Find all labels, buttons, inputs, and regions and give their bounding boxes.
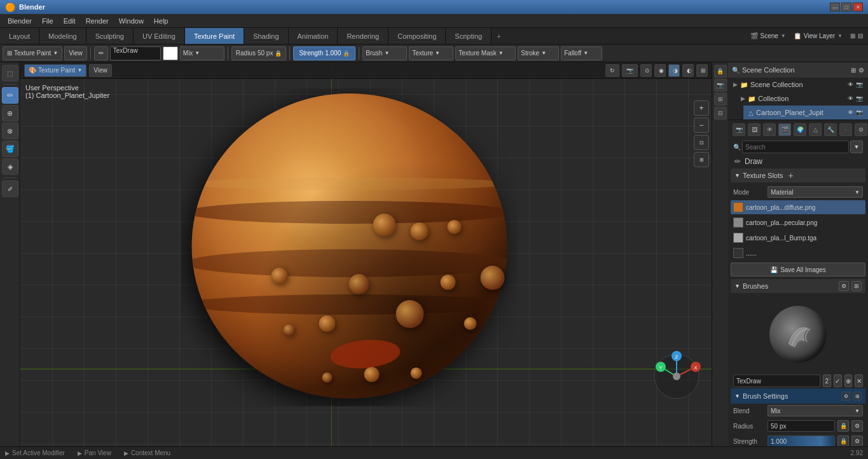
strength-settings-btn[interactable]: ⚙	[851, 435, 863, 446]
viewport[interactable]: 🎨 Texture Paint ▼ View ↻ 📷 ⊙ ◉ ◑ ◐ ⊞	[20, 62, 712, 446]
foreground-color[interactable]	[163, 46, 178, 60]
radius-prop-value[interactable]: 50 px	[768, 420, 835, 432]
tool-annotate[interactable]: ✐	[2, 181, 18, 197]
prop-icon-output[interactable]: 🖼	[748, 123, 761, 136]
close-button[interactable]: ✕	[853, 3, 863, 11]
search-input[interactable]	[742, 140, 849, 153]
radius-settings-btn[interactable]: ⚙	[851, 420, 863, 432]
menu-window[interactable]: Window	[114, 14, 149, 28]
brushes-header[interactable]: ▼ Brushes ⚙ ⊞	[731, 279, 865, 293]
panel-icon2[interactable]: ⊟	[858, 32, 863, 39]
scene-dropdown-icon[interactable]: ▼	[781, 33, 786, 39]
filter-btn[interactable]: ▼	[850, 140, 863, 153]
tool-soften[interactable]: ⊕	[2, 105, 18, 121]
outliner-filter-icon[interactable]: ⊞	[851, 67, 856, 74]
brush-settings-icon[interactable]: ⚙	[839, 281, 849, 291]
vp-overlay-btn[interactable]: ⊞	[696, 64, 708, 77]
menu-blender[interactable]: Blender	[3, 14, 37, 28]
tab-rendering[interactable]: Rendering	[338, 28, 389, 44]
brush-expand-icon[interactable]: ⊞	[851, 281, 862, 291]
mix-dropdown[interactable]: Mix ▼	[180, 46, 224, 60]
view-button[interactable]: View	[64, 46, 87, 60]
render-region-btn[interactable]: ⊞	[714, 93, 727, 106]
brush-name-input[interactable]: TexDraw	[110, 46, 161, 60]
strength-prop-value[interactable]: 1.000	[768, 435, 835, 446]
tool-mask[interactable]: ◈	[2, 158, 18, 175]
tab-compositing[interactable]: Compositing	[389, 28, 446, 44]
prop-icon-scene[interactable]: 🎬	[778, 123, 791, 136]
render-icon[interactable]: 📷	[856, 81, 863, 88]
prop-icon-view[interactable]: 👁	[763, 123, 776, 136]
texture-slots-header[interactable]: ▼ Texture Slots +	[731, 168, 865, 182]
tab-shading[interactable]: Shading	[244, 28, 288, 44]
tab-texture-paint[interactable]: Texture Paint	[185, 28, 244, 44]
texture-slot-3[interactable]: ......	[731, 246, 865, 260]
tab-uv-editing[interactable]: UV Editing	[134, 28, 185, 44]
texture-slot-1[interactable]: cartoon_pla...pecular.png	[731, 216, 865, 230]
vp-camera-btn[interactable]: 📷	[622, 64, 638, 77]
mode-dropdown[interactable]: Material ▼	[768, 186, 863, 198]
vp-viewport-shade2[interactable]: ◉	[654, 64, 666, 77]
vp-rotate-btn[interactable]: ↻	[605, 64, 619, 77]
brush-icon-btn[interactable]: ✏	[94, 46, 108, 60]
radius-field[interactable]: Radius 50 px 🔒	[231, 46, 287, 60]
lock-btn[interactable]: 🔒	[714, 65, 727, 78]
outliner-scene-collection[interactable]: ▶ 📁 Scene Collection 👁 📷	[728, 78, 868, 92]
vp-viewport-shade3[interactable]: ◑	[668, 64, 680, 77]
falloff-dropdown[interactable]: Falloff ▼	[561, 46, 602, 60]
minimize-button[interactable]: —	[830, 3, 840, 11]
strength-lock-btn[interactable]: 🔒	[837, 435, 849, 446]
outliner-settings-icon[interactable]: ⚙	[858, 67, 864, 74]
obj-visibility-icon[interactable]: 👁	[848, 109, 853, 116]
texture-dropdown[interactable]: Texture ▼	[409, 46, 453, 60]
prop-icon-world[interactable]: 🌍	[794, 123, 806, 136]
col-render-icon[interactable]: 📷	[856, 95, 863, 102]
menu-render[interactable]: Render	[81, 14, 114, 28]
tab-sculpting[interactable]: Sculpting	[86, 28, 134, 44]
brush-delete-btn[interactable]: ✕	[855, 374, 863, 387]
outliner-collection[interactable]: ▶ 📁 Collection 👁 📷	[736, 92, 868, 106]
col-visibility-icon[interactable]: 👁	[848, 95, 853, 102]
maximize-button[interactable]: □	[841, 3, 851, 11]
brush-settings-header[interactable]: ▼ Brush Settings ⚙ ⊞	[731, 388, 865, 404]
prop-icon-object[interactable]: △	[809, 123, 822, 136]
save-all-images-btn[interactable]: 💾 Save All Images	[731, 263, 865, 277]
outliner-object[interactable]: △ Cartoon_Planet_Jupit 👁 📷	[743, 106, 868, 120]
menu-file[interactable]: File	[37, 14, 59, 28]
texture-slots-add-btn[interactable]: +	[786, 170, 796, 181]
blend-dropdown[interactable]: Mix ▼	[768, 405, 863, 416]
view-grid-btn[interactable]: ⊟	[714, 107, 727, 120]
prop-icon-physics[interactable]: ⚙	[855, 123, 867, 136]
bs-expand-icon2[interactable]: ⊞	[853, 392, 862, 401]
tool-smear[interactable]: ⊗	[2, 123, 18, 139]
nav-gizmo[interactable]: X Y Z	[651, 351, 702, 402]
tab-scripting[interactable]: Scripting	[446, 28, 492, 44]
mode-selector[interactable]: ⊞ Texture Paint ▼	[3, 46, 62, 60]
brush-save-btn[interactable]: ✓	[834, 374, 842, 387]
visibility-icon[interactable]: 👁	[848, 81, 853, 88]
menu-edit[interactable]: Edit	[59, 14, 81, 28]
stroke-dropdown[interactable]: Stroke ▼	[518, 46, 559, 60]
strength-field[interactable]: Strength 1.000 🔒	[293, 46, 355, 60]
view-layer-dropdown-icon[interactable]: ▼	[837, 33, 843, 39]
texture-slot-0[interactable]: cartoon_pla...diffuse.png	[731, 200, 865, 214]
texture-mask-dropdown[interactable]: Texture Mask ▼	[455, 46, 516, 60]
view-all-btn[interactable]: ⊡	[694, 135, 709, 150]
bs-settings-icon[interactable]: ⚙	[841, 392, 850, 401]
tab-add-button[interactable]: +	[492, 28, 506, 44]
tab-layout[interactable]: Layout	[0, 28, 39, 44]
vp-viewport-shade1[interactable]: ⊙	[640, 64, 652, 77]
prop-icon-render[interactable]: 📷	[733, 123, 745, 136]
tab-modeling[interactable]: Modeling	[39, 28, 86, 44]
tab-animation[interactable]: Animation	[289, 28, 338, 44]
brush-dropdown[interactable]: Brush ▼	[362, 46, 407, 60]
vp-mode-btn[interactable]: 🎨 Texture Paint ▼	[24, 64, 86, 77]
brush-name-field[interactable]	[733, 374, 820, 387]
prop-icon-modifier[interactable]: 🔧	[824, 123, 837, 136]
zoom-out-btn[interactable]: −	[694, 118, 709, 133]
tool-draw[interactable]: ✏	[2, 87, 18, 104]
tool-fill[interactable]: 🪣	[2, 140, 18, 157]
prop-icon-particles[interactable]: ·	[839, 123, 852, 136]
radius-lock-btn[interactable]: 🔒	[837, 420, 849, 432]
local-view-btn[interactable]: ⊞	[694, 152, 709, 167]
